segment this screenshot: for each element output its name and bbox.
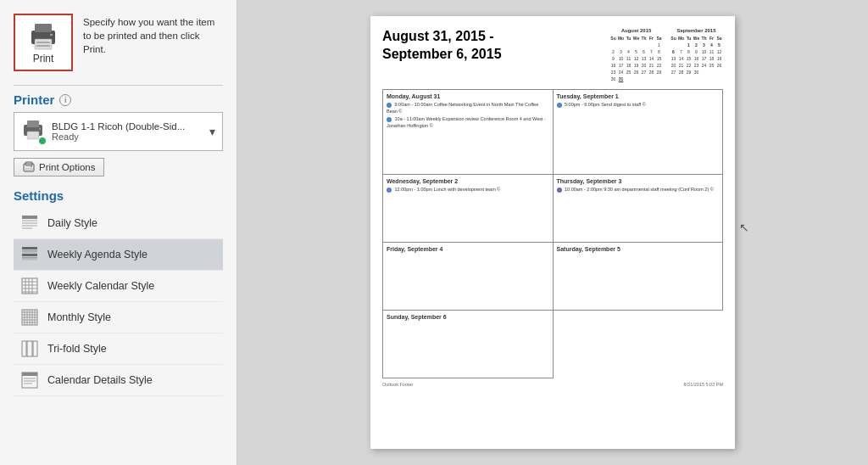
svg-rect-17 — [22, 225, 37, 227]
svg-rect-2 — [35, 39, 52, 49]
mini-cal-august-title: August 2015 — [609, 28, 663, 33]
event-thursday-1: 10:00am - 2:00pm 9:30 am departmental st… — [557, 187, 720, 193]
style-item-monthly[interactable]: Monthly Style — [14, 302, 223, 333]
day-cell-saturday: Saturday, September 5 — [554, 243, 724, 311]
settings-section-title: Settings — [14, 188, 223, 203]
preview-title-line1: August 31, 2015 - — [382, 28, 502, 46]
day-cell-friday: Friday, September 4 — [383, 243, 554, 311]
printer-section: Printer i BLDG 1-1 Ricoh (Double-Sid... … — [14, 92, 223, 176]
style-item-weekly-agenda[interactable]: Weekly Agenda Style — [14, 239, 223, 271]
day-name-tuesday: Tuesday, September 1 — [557, 93, 720, 99]
svg-rect-51 — [24, 383, 32, 384]
print-options-button[interactable]: Print Options — [14, 158, 104, 176]
preview-footer: Outlook Footer 8/31/2015 5:02 PM — [382, 382, 723, 387]
svg-rect-20 — [22, 250, 37, 252]
svg-rect-1 — [35, 24, 52, 32]
day-name-saturday: Saturday, September 5 — [557, 246, 720, 252]
calendar-details-label: Calendar Details Style — [47, 374, 153, 386]
weekly-agenda-label: Weekly Agenda Style — [47, 249, 147, 261]
event-wednesday-1: 12:00pm - 1:00pm Lunch with development … — [387, 187, 549, 193]
event-monday-1: 9:00am - 10:00am Coffee Networking Event… — [387, 102, 549, 115]
printer-dropdown-arrow[interactable]: ▾ — [209, 125, 215, 138]
print-section: Print Specify how you want the item to b… — [14, 14, 223, 71]
calendar-preview: August 31, 2015 - September 6, 2015 Augu… — [370, 16, 735, 449]
day-cell-monday: Monday, August 31 9:00am - 10:00am Coffe… — [383, 90, 554, 175]
preview-header: August 31, 2015 - September 6, 2015 Augu… — [382, 28, 723, 82]
day-cell-sunday: Sunday, September 6 — [383, 311, 554, 378]
mini-cal-september-title: September 2015 — [670, 28, 723, 33]
event-dot — [387, 117, 392, 122]
footer-left: Outlook Footer — [382, 382, 413, 387]
day-name-thursday: Thursday, September 3 — [557, 178, 720, 184]
print-button[interactable]: Print — [14, 14, 73, 71]
printer-info: BLDG 1-1 Ricoh (Double-Sid... Ready — [52, 121, 203, 142]
style-item-trifold[interactable]: Tri-fold Style — [14, 333, 223, 365]
right-panel: August 31, 2015 - September 6, 2015 Augu… — [237, 0, 868, 465]
weekly-calendar-icon — [20, 277, 39, 295]
svg-rect-18 — [22, 227, 32, 229]
printer-section-title: Printer i — [14, 92, 223, 107]
svg-rect-9 — [39, 128, 41, 130]
svg-rect-45 — [27, 341, 32, 356]
day-cell-tuesday: Tuesday, September 1 5:00pm - 6:00pm Sen… — [554, 90, 724, 175]
weekly-calendar-label: Weekly Calendar Style — [47, 280, 154, 292]
svg-rect-7 — [27, 120, 39, 127]
event-dot — [557, 188, 562, 193]
svg-rect-50 — [24, 380, 36, 382]
svg-rect-5 — [50, 34, 53, 36]
day-cell-thursday: Thursday, September 3 10:00am - 2:00pm 9… — [554, 175, 724, 243]
svg-rect-3 — [36, 42, 50, 43]
day-name-friday: Friday, September 4 — [387, 246, 549, 252]
mini-cal-august: August 2015 SuMoTuWeThFrSa 1 2345678 910… — [609, 28, 663, 82]
day-cell-wednesday: Wednesday, September 2 12:00pm - 1:00pm … — [383, 175, 554, 243]
svg-rect-16 — [22, 222, 37, 224]
daily-style-label: Daily Style — [47, 217, 97, 229]
svg-rect-4 — [36, 45, 50, 47]
trifold-label: Tri-fold Style — [47, 343, 107, 355]
printer-status: Ready — [52, 132, 203, 142]
mini-cal-september-table: SuMoTuWeThFrSa 12345 6789101112 13141516… — [670, 35, 723, 76]
trifold-icon — [20, 339, 39, 358]
printer-selector[interactable]: BLDG 1-1 Ricoh (Double-Sid... Ready ▾ — [14, 112, 223, 151]
day-name-monday: Monday, August 31 — [387, 93, 549, 99]
settings-section: Settings Daily Style Weekly Agenda Style — [14, 188, 223, 396]
svg-rect-44 — [22, 341, 26, 356]
monthly-style-label: Monthly Style — [47, 311, 111, 323]
mini-cal-august-table: SuMoTuWeThFrSa 1 2345678 9101112131415 1… — [609, 35, 663, 82]
svg-rect-14 — [22, 216, 37, 219]
print-description: Specify how you want the item to be prin… — [83, 14, 223, 56]
preview-date-range: August 31, 2015 - September 6, 2015 — [382, 28, 502, 64]
event-dot — [557, 103, 562, 108]
left-panel: Print Specify how you want the item to b… — [0, 0, 237, 465]
mini-cal-september: September 2015 SuMoTuWeThFrSa 12345 6789… — [670, 28, 723, 82]
calendar-details-icon — [20, 371, 39, 389]
day-name-wednesday: Wednesday, September 2 — [387, 178, 549, 184]
info-icon[interactable]: i — [59, 94, 71, 106]
svg-rect-24 — [22, 259, 37, 261]
style-item-weekly-calendar[interactable]: Weekly Calendar Style — [14, 271, 223, 302]
svg-point-13 — [31, 165, 32, 167]
svg-rect-12 — [25, 168, 32, 171]
svg-rect-23 — [22, 257, 37, 259]
footer-right: 8/31/2015 5:02 PM — [684, 382, 723, 387]
daily-style-icon — [20, 214, 39, 232]
event-monday-2: 10a - 11:00am Weekly Expansion review Co… — [387, 116, 549, 129]
printer-name: BLDG 1-1 Ricoh (Double-Sid... — [52, 121, 203, 132]
svg-rect-15 — [22, 220, 37, 221]
style-item-daily[interactable]: Daily Style — [14, 208, 223, 239]
mini-calendars: August 2015 SuMoTuWeThFrSa 1 2345678 910… — [609, 28, 723, 82]
preview-title-line2: September 6, 2015 — [382, 46, 502, 64]
day-name-sunday: Sunday, September 6 — [387, 314, 549, 320]
weekly-agenda-icon — [20, 245, 39, 264]
printer-icon — [26, 20, 60, 51]
svg-rect-21 — [22, 252, 37, 254]
style-item-calendar-details[interactable]: Calendar Details Style — [14, 365, 223, 396]
svg-rect-46 — [33, 341, 37, 356]
mouse-cursor: ↖ — [739, 221, 749, 234]
svg-rect-22 — [22, 254, 37, 256]
event-dot — [387, 103, 392, 108]
svg-rect-49 — [24, 378, 36, 379]
svg-rect-48 — [22, 373, 37, 376]
print-label: Print — [33, 53, 54, 64]
printer-status-icon — [21, 118, 45, 145]
